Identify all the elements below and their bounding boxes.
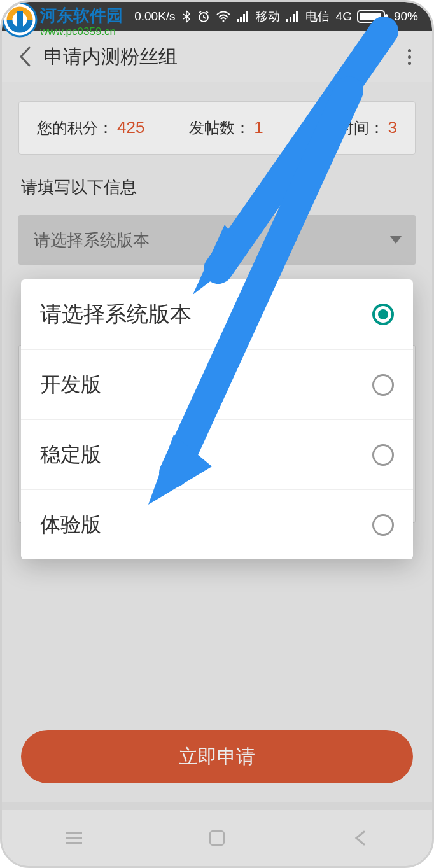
svg-rect-9	[296, 11, 298, 22]
svg-rect-2	[237, 19, 239, 22]
modal-title-option[interactable]: 请选择系统版本	[21, 279, 413, 349]
alarm-icon	[197, 10, 210, 23]
option-stable-label: 稳定版	[40, 441, 101, 469]
svg-rect-17	[17, 11, 23, 29]
svg-rect-6	[286, 19, 288, 22]
svg-text:河东软件园: 河东软件园	[39, 6, 123, 25]
svg-rect-4	[243, 14, 245, 22]
radio-icon	[372, 444, 394, 466]
modal-option-beta[interactable]: 体验版	[21, 489, 413, 559]
signal-icon-1	[237, 11, 249, 22]
svg-rect-5	[246, 11, 248, 22]
radio-icon	[372, 374, 394, 396]
modal-option-stable[interactable]: 稳定版	[21, 419, 413, 489]
watermark-logo: 河东软件园 www.pc0359.cn	[2, 2, 129, 48]
device-frame: 0.00K/s 移动 电信 4G 90%	[0, 0, 434, 868]
network-type: 4G	[336, 10, 352, 24]
signal-icon-2	[286, 11, 299, 22]
radio-selected-icon	[372, 304, 394, 325]
radio-icon	[372, 514, 394, 536]
svg-rect-7	[290, 17, 291, 22]
option-dev-label: 开发版	[40, 371, 101, 399]
status-icons: 0.00K/s 移动 电信 4G 90%	[128, 8, 418, 25]
carrier-1: 移动	[256, 8, 280, 25]
svg-text:www.pc0359.cn: www.pc0359.cn	[39, 25, 116, 38]
option-beta-label: 体验版	[40, 511, 101, 539]
version-select-modal: 请选择系统版本 开发版 稳定版 体验版	[21, 279, 413, 559]
battery-percent: 90%	[394, 10, 418, 24]
carrier-2: 电信	[305, 8, 330, 25]
net-speed: 0.00K/s	[134, 10, 175, 24]
svg-point-1	[222, 20, 224, 22]
wifi-icon	[216, 11, 230, 22]
modal-title: 请选择系统版本	[40, 300, 192, 329]
svg-rect-3	[240, 17, 242, 22]
bluetooth-icon	[182, 10, 191, 23]
battery-icon	[357, 10, 388, 23]
svg-rect-8	[293, 14, 295, 22]
modal-option-dev[interactable]: 开发版	[21, 349, 413, 419]
